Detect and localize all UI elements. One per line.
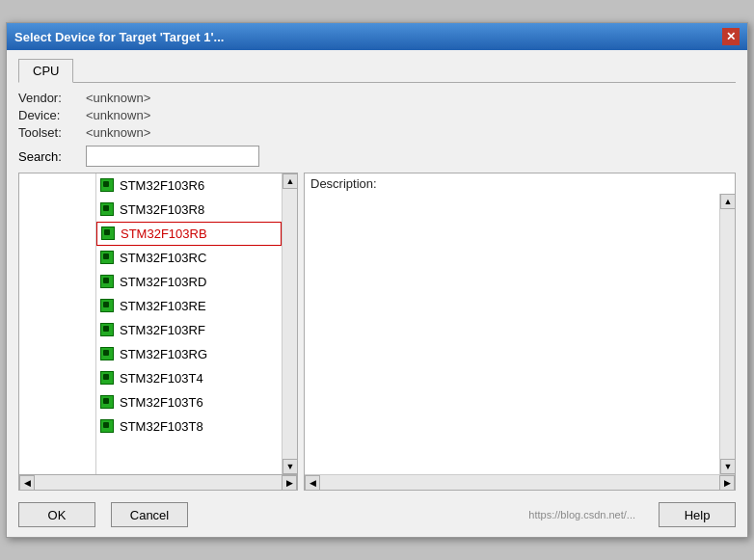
device-name: STM32F103RG <box>120 347 207 361</box>
right-scroll-right-button[interactable]: ▶ <box>719 475 735 491</box>
device-name: STM32F103T4 <box>120 371 203 386</box>
list-item[interactable]: STM32F103T6 <box>96 390 282 414</box>
h-scrollbar: ◀ ▶ <box>18 475 298 491</box>
chip-icon <box>100 347 116 362</box>
scroll-up-button[interactable]: ▲ <box>283 173 298 189</box>
list-item[interactable]: STM32F103T4 <box>96 366 282 390</box>
search-row: Search: <box>18 146 736 167</box>
v-scrollbar[interactable]: ▲ ▼ <box>282 173 297 474</box>
device-list-wrapper: STM32F103R6STM32F103R8STM32F103RBSTM32F1… <box>96 173 282 474</box>
chip-icon <box>100 371 116 387</box>
left-panel-container: STM32F103R6STM32F103R8STM32F103RBSTM32F1… <box>18 173 298 491</box>
url-hint: https://blog.csdn.net/... <box>528 509 635 520</box>
right-scroll-up-button[interactable]: ▲ <box>720 194 735 209</box>
main-content: STM32F103R6STM32F103R8STM32F103RBSTM32F1… <box>18 173 736 491</box>
device-row: Device: <unknown> <box>18 108 736 122</box>
scroll-left-button[interactable]: ◀ <box>19 475 35 491</box>
cancel-button[interactable]: Cancel <box>111 502 188 527</box>
tab-cpu[interactable]: CPU <box>18 59 73 83</box>
chip-icon <box>100 419 116 435</box>
scroll-down-button[interactable]: ▼ <box>283 459 298 474</box>
device-value: <unknown> <box>86 108 150 122</box>
list-item[interactable]: STM32F103RD <box>96 270 282 294</box>
right-scroll-down-button[interactable]: ▼ <box>720 459 735 474</box>
device-name: STM32F103RD <box>120 275 206 289</box>
search-input[interactable] <box>86 146 259 167</box>
chip-icon <box>100 323 116 338</box>
list-item[interactable]: STM32F103RF <box>96 318 282 342</box>
chip-icon <box>101 227 117 242</box>
chip-icon <box>100 178 116 194</box>
toolset-label: Toolset: <box>18 125 86 140</box>
description-label: Description: <box>305 173 735 194</box>
close-button[interactable]: ✕ <box>722 28 740 45</box>
device-name: STM32F103R6 <box>120 178 204 193</box>
dialog-body: CPU Vendor: <unknown> Device: <unknown> … <box>7 50 747 537</box>
search-label: Search: <box>18 149 86 164</box>
right-scroll-track <box>720 209 735 459</box>
right-panel: Description: ▲ ▼ ◀ ▶ <box>304 173 736 491</box>
right-panel-inner: ▲ ▼ <box>305 194 735 474</box>
right-v-scrollbar[interactable]: ▲ ▼ <box>719 194 735 474</box>
right-h-scrollbar: ◀ ▶ <box>305 474 735 490</box>
toolset-row: Toolset: <unknown> <box>18 125 736 140</box>
button-row: OK Cancel https://blog.csdn.net/... Help <box>18 502 736 527</box>
main-dialog: Select Device for Target 'Target 1'... ✕… <box>6 22 748 538</box>
chip-icon <box>100 299 116 314</box>
chip-icon <box>100 251 116 266</box>
list-item[interactable]: STM32F103RC <box>96 246 282 270</box>
device-name: STM32F103R8 <box>120 202 204 217</box>
list-item[interactable]: STM32F103R8 <box>96 198 282 222</box>
dialog-title: Select Device for Target 'Target 1'... <box>14 30 224 44</box>
ok-button[interactable]: OK <box>18 502 95 527</box>
title-bar: Select Device for Target 'Target 1'... ✕ <box>7 23 747 50</box>
device-name: STM32F103RF <box>120 323 205 337</box>
chip-icon <box>100 275 116 290</box>
list-item[interactable]: STM32F103RG <box>96 342 282 366</box>
list-item[interactable]: STM32F103R6 <box>96 173 282 198</box>
vendor-row: Vendor: <unknown> <box>18 91 736 105</box>
tab-bar: CPU <box>18 58 736 83</box>
device-name: STM32F103T8 <box>120 419 203 434</box>
device-list[interactable]: STM32F103R6STM32F103R8STM32F103RBSTM32F1… <box>96 173 282 474</box>
description-content <box>305 194 719 474</box>
list-item[interactable]: STM32F103RB <box>96 222 282 246</box>
vendor-label: Vendor: <box>18 91 86 105</box>
right-h-scroll-track <box>320 475 719 490</box>
scroll-right-button[interactable]: ▶ <box>282 475 297 491</box>
left-panel-main: STM32F103R6STM32F103R8STM32F103RBSTM32F1… <box>18 173 298 475</box>
vendor-value: <unknown> <box>86 91 150 105</box>
toolset-value: <unknown> <box>86 125 150 140</box>
tree-column <box>19 173 96 474</box>
h-scroll-track <box>35 475 282 490</box>
device-label: Device: <box>18 108 86 122</box>
right-scroll-left-button[interactable]: ◀ <box>305 475 320 491</box>
list-item[interactable]: STM32F103T8 <box>96 414 282 439</box>
device-name: STM32F103RB <box>121 227 207 241</box>
list-item[interactable]: STM32F103RE <box>96 294 282 318</box>
device-name: STM32F103RC <box>120 251 206 265</box>
device-name: STM32F103RE <box>120 299 206 313</box>
device-name: STM32F103T6 <box>120 395 203 410</box>
help-button[interactable]: Help <box>659 502 736 527</box>
chip-icon <box>100 395 116 411</box>
scroll-track <box>283 189 297 459</box>
chip-icon <box>100 202 116 218</box>
